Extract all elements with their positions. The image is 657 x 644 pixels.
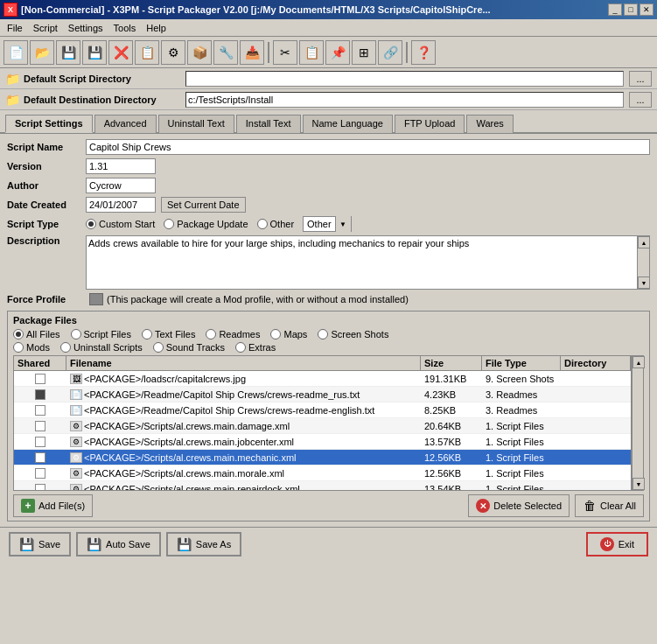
filter-screenshots-radio[interactable] bbox=[318, 329, 328, 340]
table-scroll-up[interactable]: ▲ bbox=[633, 356, 645, 368]
radio-other[interactable]: Other bbox=[257, 219, 295, 229]
scroll-down-btn[interactable]: ▼ bbox=[638, 276, 650, 289]
menu-file[interactable]: File bbox=[2, 21, 28, 35]
close-button[interactable]: ✕ bbox=[640, 4, 654, 16]
filter-all-files-radio[interactable] bbox=[13, 329, 24, 340]
clear-all-button[interactable]: 🗑 Clear All bbox=[575, 494, 644, 517]
table-row[interactable]: ⚙<PACKAGE>/Scripts/al.crews.main.mechani… bbox=[14, 450, 631, 466]
filter-uninstall-radio[interactable] bbox=[60, 342, 71, 353]
shared-checkbox[interactable] bbox=[35, 484, 45, 492]
tab-ftp-upload[interactable]: FTP Upload bbox=[395, 115, 465, 133]
tb-btn13[interactable]: 📌 bbox=[325, 40, 350, 65]
other-combo-arrow[interactable]: ▼ bbox=[335, 216, 351, 232]
shared-checkbox[interactable] bbox=[35, 405, 45, 416]
maximize-button[interactable]: □ bbox=[624, 4, 638, 16]
table-row[interactable]: 📄<PACKAGE>/Readme/Capitol Ship Crews/cre… bbox=[14, 387, 631, 402]
table-row[interactable]: 📄<PACKAGE>/Readme/Capitol Ship Crews/cre… bbox=[14, 402, 631, 418]
filter-screenshots[interactable]: Screen Shots bbox=[318, 329, 388, 340]
tb-btn7[interactable]: ⚙ bbox=[161, 40, 185, 65]
shared-checkbox[interactable] bbox=[35, 389, 45, 400]
table-scrollbar[interactable]: ▲ ▼ bbox=[632, 355, 644, 491]
filter-text-files-radio[interactable] bbox=[142, 329, 152, 340]
add-files-button[interactable]: + Add File(s) bbox=[13, 494, 93, 517]
filter-script-files[interactable]: Script Files bbox=[71, 329, 131, 340]
script-dir-input[interactable] bbox=[185, 71, 624, 87]
filter-sound-radio[interactable] bbox=[153, 342, 164, 353]
tb-btn6[interactable]: 📋 bbox=[135, 40, 159, 65]
script-dir-browse[interactable]: ... bbox=[629, 71, 652, 87]
tab-script-settings[interactable]: Script Settings bbox=[5, 115, 93, 133]
version-input[interactable] bbox=[86, 158, 156, 174]
shared-checkbox[interactable] bbox=[35, 374, 45, 384]
file-table[interactable]: Shared Filename Size File Type Directory… bbox=[13, 355, 632, 491]
menu-script[interactable]: Script bbox=[28, 21, 63, 35]
filter-soundtracks[interactable]: Sound Tracks bbox=[153, 342, 225, 353]
minimize-button[interactable]: _ bbox=[608, 4, 622, 16]
tb-btn12[interactable]: 📋 bbox=[299, 40, 324, 65]
filter-text-files[interactable]: Text Files bbox=[142, 329, 195, 340]
radio-package-update-btn[interactable] bbox=[164, 219, 174, 229]
shared-checkbox[interactable] bbox=[35, 452, 45, 463]
radio-custom-start[interactable]: Custom Start bbox=[86, 219, 155, 229]
filter-all-files[interactable]: All Files bbox=[13, 329, 60, 340]
filter-script-files-radio[interactable] bbox=[71, 329, 81, 340]
shared-checkbox[interactable] bbox=[35, 421, 45, 431]
tb-btn11[interactable]: ✂ bbox=[273, 40, 297, 65]
table-row[interactable]: ⚙<PACKAGE>/Scripts/al.crews.main.repaird… bbox=[14, 481, 631, 491]
shared-cell[interactable] bbox=[14, 388, 66, 401]
filter-extras-radio[interactable] bbox=[235, 342, 246, 353]
tb-btn15[interactable]: 🔗 bbox=[378, 40, 402, 65]
filter-uninstall-scripts[interactable]: Uninstall Scripts bbox=[60, 342, 143, 353]
menu-settings[interactable]: Settings bbox=[63, 21, 108, 35]
save-button[interactable]: 💾 Save bbox=[9, 532, 71, 556]
radio-package-update[interactable]: Package Update bbox=[164, 219, 248, 229]
save-as-button[interactable]: 💾 Save As bbox=[166, 532, 241, 556]
menu-tools[interactable]: Tools bbox=[108, 21, 142, 35]
tb-btn14[interactable]: ⊞ bbox=[352, 40, 376, 65]
table-row[interactable]: ⚙<PACKAGE>/Scripts/al.crews.main.damage.… bbox=[14, 418, 631, 434]
delete-selected-button[interactable]: ✕ Delete Selected bbox=[468, 494, 570, 517]
description-input[interactable] bbox=[87, 236, 637, 289]
shared-cell[interactable] bbox=[14, 436, 66, 448]
shared-cell[interactable] bbox=[14, 404, 66, 416]
tb-btn16[interactable]: ❓ bbox=[411, 40, 436, 65]
exit-button[interactable]: ⏻ Exit bbox=[586, 532, 648, 556]
radio-custom-start-btn[interactable] bbox=[86, 219, 96, 229]
radio-other-btn[interactable] bbox=[257, 219, 268, 229]
dest-dir-browse[interactable]: ... bbox=[629, 92, 652, 108]
tab-uninstall-text[interactable]: Uninstall Text bbox=[158, 115, 234, 133]
shared-cell[interactable] bbox=[14, 483, 66, 492]
shared-checkbox[interactable] bbox=[35, 468, 45, 479]
saveas-toolbar-button[interactable]: 💾 bbox=[82, 40, 107, 65]
filter-mods[interactable]: Mods bbox=[13, 342, 50, 353]
tb-btn10[interactable]: 📥 bbox=[240, 40, 264, 65]
auto-save-button[interactable]: 💾 Auto Save bbox=[76, 532, 161, 556]
shared-cell[interactable] bbox=[14, 373, 66, 385]
table-row[interactable]: ⚙<PACKAGE>/Scripts/al.crews.main.jobcent… bbox=[14, 434, 631, 450]
filter-maps-radio[interactable] bbox=[270, 329, 281, 340]
date-input[interactable] bbox=[86, 197, 156, 213]
table-scroll-down[interactable]: ▼ bbox=[633, 478, 645, 490]
menu-help[interactable]: Help bbox=[141, 21, 171, 35]
tb-btn8[interactable]: 📦 bbox=[187, 40, 212, 65]
save-toolbar-button[interactable]: 💾 bbox=[56, 40, 80, 65]
tab-install-text[interactable]: Install Text bbox=[236, 115, 301, 133]
description-scrollbar[interactable]: ▲ ▼ bbox=[637, 236, 649, 289]
tab-wares[interactable]: Wares bbox=[466, 115, 513, 133]
shared-checkbox[interactable] bbox=[35, 437, 45, 447]
filter-readmes-radio[interactable] bbox=[206, 329, 216, 340]
tab-name-language[interactable]: Name Language bbox=[303, 115, 393, 133]
dest-dir-input[interactable] bbox=[185, 92, 624, 108]
close-toolbar-button[interactable]: ❌ bbox=[108, 40, 133, 65]
author-input[interactable] bbox=[86, 178, 156, 193]
shared-cell[interactable] bbox=[14, 452, 66, 464]
set-date-button[interactable]: Set Current Date bbox=[161, 197, 246, 213]
shared-cell[interactable] bbox=[14, 420, 66, 432]
filter-mods-radio[interactable] bbox=[13, 342, 24, 353]
filter-maps[interactable]: Maps bbox=[270, 329, 307, 340]
filter-readmes[interactable]: Readmes bbox=[206, 329, 260, 340]
new-button[interactable]: 📄 bbox=[3, 40, 28, 65]
tb-btn9[interactable]: 🔧 bbox=[213, 40, 238, 65]
shared-cell[interactable] bbox=[14, 467, 66, 480]
title-bar-controls[interactable]: _ □ ✕ bbox=[608, 4, 654, 16]
